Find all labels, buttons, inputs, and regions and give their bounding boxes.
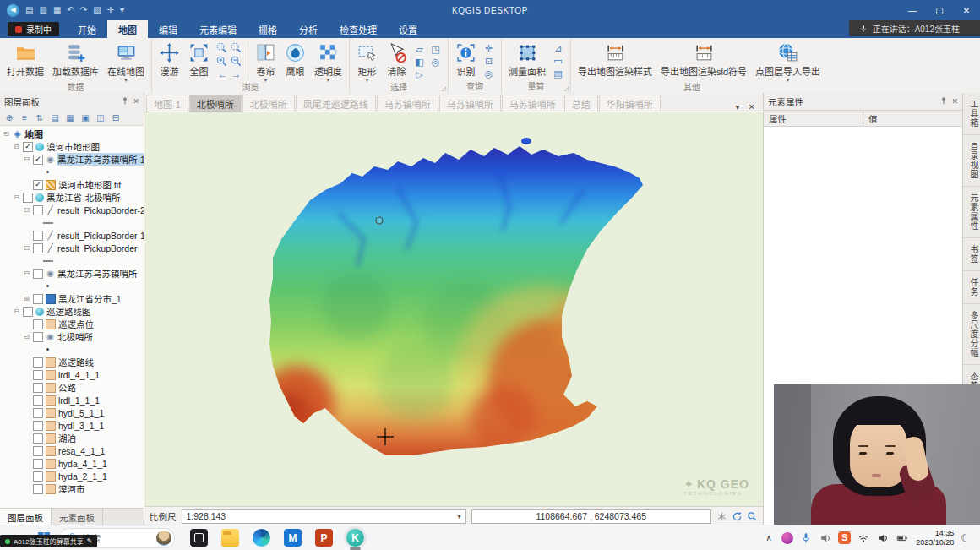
tray-icon[interactable] — [799, 531, 813, 545]
menu-tab[interactable]: 编辑 — [148, 20, 188, 38]
layer-checkbox[interactable] — [33, 383, 43, 393]
layer-tree-item[interactable] — [0, 166, 144, 178]
ribbon-button[interactable]: 鹰眼▾ — [280, 40, 310, 78]
group-expander-icon[interactable]: ◿ — [564, 85, 569, 92]
expander-icon[interactable]: ⊞ — [23, 295, 30, 302]
expander-icon[interactable]: ⊟ — [13, 193, 20, 201]
layer-checkbox[interactable] — [33, 357, 43, 368]
layer-checkbox[interactable] — [33, 370, 43, 380]
screen-share-toast[interactable]: A012张玉柱的屏幕共享 ✎ — [0, 535, 97, 547]
ribbon-button[interactable]: 加载数据库▾ — [48, 40, 103, 78]
mini-tool-icon[interactable]: ◳ — [429, 44, 442, 55]
ribbon-button[interactable]: 清除▾ — [382, 40, 411, 78]
layer-checkbox[interactable] — [23, 193, 33, 203]
expander-icon[interactable]: ⊟ — [3, 130, 10, 138]
mini-tool-icon[interactable]: ▭ — [552, 56, 564, 67]
quick-access-icon[interactable]: ▾ — [120, 6, 124, 14]
dock-tab[interactable]: 目录视图 — [963, 135, 980, 187]
menu-tab[interactable]: 栅格 — [248, 20, 288, 38]
layer-tool-icon[interactable]: ▦ — [64, 112, 76, 123]
ribbon-button[interactable]: 导出地图渲染sld符号▾ — [656, 40, 751, 78]
layer-tool-icon[interactable]: ⊕ — [3, 112, 15, 123]
status-tool-icon[interactable] — [747, 511, 758, 522]
layer-tool-icon[interactable]: ▤ — [49, 112, 61, 123]
layer-tree-item[interactable]: 巡逻路线 — [0, 356, 144, 368]
document-tab[interactable]: 乌苏镇哨所 — [377, 95, 438, 112]
view-history-arrow-icon[interactable]: → — [231, 69, 242, 79]
ribbon-button[interactable]: 漫游▾ — [155, 40, 184, 78]
layer-checkbox[interactable] — [33, 243, 43, 253]
layer-checkbox[interactable] — [33, 180, 43, 190]
expander-icon[interactable]: ⊟ — [13, 143, 20, 150]
tray-icon[interactable] — [781, 532, 793, 544]
taskbar-app-icon[interactable]: P — [315, 529, 333, 547]
tray-icon[interactable] — [819, 531, 832, 545]
tab-list-caret-icon[interactable]: ▾ — [736, 102, 740, 112]
menu-tab[interactable]: 地图 — [107, 20, 148, 38]
quick-access-icon[interactable]: ▥ — [39, 6, 46, 14]
annotate-pencil-icon[interactable]: ✎ — [87, 537, 93, 545]
pin-icon[interactable] — [121, 95, 129, 107]
document-tab[interactable]: 总结 — [564, 95, 598, 112]
dock-tab[interactable]: 书签 — [963, 238, 980, 271]
close-document-icon[interactable]: ✕ — [749, 102, 755, 112]
layer-checkbox[interactable] — [33, 269, 43, 279]
layer-tree-item[interactable]: 漠河市地形图.tif — [0, 178, 144, 191]
focus-assist-moon-icon[interactable]: ☾ — [961, 532, 970, 544]
layer-checkbox[interactable] — [33, 484, 43, 494]
layer-tree-item[interactable]: hydl_3_1_1 — [0, 419, 144, 432]
layer-tree-item[interactable] — [0, 343, 144, 356]
document-tab[interactable]: 凤尾滩巡逻路线 — [296, 95, 376, 112]
taskbar-app-icon[interactable] — [190, 529, 208, 547]
document-tab[interactable]: 地图-1 — [146, 95, 188, 112]
ribbon-button[interactable]: 点图层导入导出▾ — [751, 40, 825, 82]
expander-icon[interactable]: ⊟ — [23, 155, 30, 163]
layer-checkbox[interactable] — [33, 294, 43, 304]
expander-icon[interactable]: ⊟ — [23, 333, 30, 340]
layer-tree-item[interactable]: 公路 — [0, 381, 144, 394]
dock-tab[interactable]: 元素属性 — [963, 187, 980, 238]
ribbon-button[interactable]: 全图▾ — [184, 40, 214, 78]
taskbar-app-icon[interactable]: M — [284, 529, 302, 547]
layer-checkbox[interactable] — [33, 408, 43, 418]
mini-tool-icon[interactable]: ◧ — [413, 57, 426, 68]
layer-tool-icon[interactable]: ▣ — [79, 112, 91, 123]
layer-tree-item[interactable]: 巡逻点位 — [0, 318, 144, 330]
group-expander-icon[interactable]: ◿ — [442, 85, 446, 92]
quick-access-icon[interactable]: ▦ — [53, 6, 61, 14]
layer-tool-icon[interactable]: ◫ — [95, 112, 106, 123]
document-tab[interactable]: 乌苏镇哨所 — [439, 95, 501, 112]
document-tab[interactable]: 北极哨所 — [189, 95, 242, 112]
layer-checkbox[interactable] — [23, 142, 33, 152]
mini-tool-icon[interactable]: ▱ — [413, 44, 426, 55]
layer-checkbox[interactable] — [33, 433, 43, 444]
layer-checkbox[interactable] — [33, 459, 43, 469]
ribbon-button[interactable]: 在线地图▾ — [103, 40, 149, 82]
layer-tree-item[interactable]: 漠河市 — [0, 482, 144, 495]
layer-checkbox[interactable] — [33, 471, 43, 482]
layer-tree-item[interactable]: hydl_5_1_1 — [0, 406, 144, 419]
document-tab[interactable]: 北极哨所 — [242, 95, 295, 112]
layer-tree-item[interactable]: lrdl_1_1_1 — [0, 394, 144, 406]
layer-tree-item[interactable]: ⊟ result_PickupBorder — [0, 242, 144, 254]
expander-icon[interactable]: ⊟ — [23, 206, 30, 214]
scale-dropdown[interactable]: 1:928,143 ▾ — [182, 509, 466, 524]
close-panel-icon[interactable]: ✕ — [133, 97, 139, 106]
panel-tab[interactable]: 元素面板 — [52, 509, 103, 525]
zoom-tool-icon[interactable] — [215, 41, 229, 54]
minimize-button[interactable]: — — [899, 0, 926, 20]
mini-tool-icon[interactable]: ⊿ — [552, 43, 564, 54]
layer-tree-item[interactable]: ⊟ 巡逻路线图 — [0, 305, 144, 318]
layer-tree-item[interactable]: ⊟ 北极哨所 — [0, 330, 144, 343]
close-panel-icon[interactable]: ✕ — [951, 97, 958, 106]
taskbar-app-icon[interactable] — [253, 529, 270, 547]
zoom-tool-icon[interactable] — [230, 55, 243, 68]
mini-tool-icon[interactable]: ▷ — [413, 69, 426, 80]
layer-tree-item[interactable]: ⊞ 黑龙江省分市_1 — [0, 292, 144, 305]
layer-tree-item[interactable]: hyda_4_1_1 — [0, 457, 144, 470]
mini-tool-icon[interactable]: ▤ — [552, 68, 564, 79]
ribbon-button[interactable]: 透明度▾ — [310, 40, 346, 82]
taskbar-app-icon[interactable] — [221, 529, 239, 547]
coordinate-display[interactable]: 1108664.667 , 6248073.465 — [471, 509, 712, 524]
zoom-tool-icon[interactable] — [230, 41, 243, 54]
